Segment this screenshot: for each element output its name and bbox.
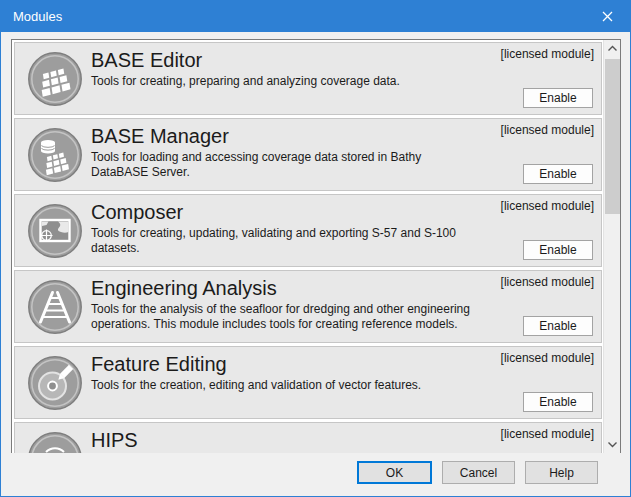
- close-icon: [602, 11, 613, 22]
- module-description: Tools for creating, updating, validating…: [91, 226, 531, 256]
- database-grid-icon: [27, 127, 83, 183]
- window-title: Modules: [1, 9, 62, 24]
- enable-button[interactable]: Enable: [523, 316, 593, 336]
- modules-dialog: Modules BASE Editor Tools for creating, …: [0, 0, 631, 497]
- map-frame-icon: [27, 203, 83, 259]
- license-status: [licensed module]: [501, 351, 594, 365]
- disc-pencil-icon: [27, 355, 83, 411]
- module-row: BASE Editor Tools for creating, preparin…: [14, 42, 602, 115]
- chevron-down-icon: [607, 441, 618, 448]
- module-row: BASE Manager Tools for loading and acces…: [14, 118, 602, 191]
- close-button[interactable]: [585, 1, 630, 31]
- module-row: HIPS [licensed module] Enable: [14, 422, 602, 453]
- module-description: Tools for the creation, editing and vali…: [91, 378, 531, 393]
- module-row: Engineering Analysis Tools for the analy…: [14, 270, 602, 343]
- enable-button[interactable]: Enable: [523, 164, 593, 184]
- enable-button[interactable]: Enable: [523, 240, 593, 260]
- enable-button[interactable]: Enable: [523, 88, 593, 108]
- help-button[interactable]: Help: [525, 461, 598, 484]
- cancel-button[interactable]: Cancel: [442, 461, 515, 484]
- license-status: [licensed module]: [501, 427, 594, 441]
- module-row: Composer Tools for creating, updating, v…: [14, 194, 602, 267]
- scroll-down-button[interactable]: [604, 436, 621, 453]
- license-status: [licensed module]: [501, 47, 594, 61]
- chevron-up-icon: [607, 45, 618, 52]
- enable-button[interactable]: Enable: [523, 392, 593, 412]
- license-status: [licensed module]: [501, 275, 594, 289]
- module-row: Feature Editing Tools for the creation, …: [14, 346, 602, 419]
- license-status: [licensed module]: [501, 123, 594, 137]
- module-cards-container: BASE Editor Tools for creating, preparin…: [12, 40, 603, 453]
- channel-icon: [27, 279, 83, 335]
- title-bar: Modules: [1, 1, 630, 32]
- module-list: BASE Editor Tools for creating, preparin…: [11, 39, 621, 454]
- scrollbar-thumb[interactable]: [605, 59, 620, 214]
- license-status: [licensed module]: [501, 199, 594, 213]
- vertical-scrollbar[interactable]: [603, 40, 620, 453]
- scroll-up-button[interactable]: [604, 40, 621, 57]
- dialog-footer: OK Cancel Help: [1, 453, 630, 496]
- module-description: Tools for the analysis of the seafloor f…: [91, 302, 531, 332]
- ok-button[interactable]: OK: [357, 461, 432, 484]
- surface-grid-icon: [27, 51, 83, 107]
- module-description: Tools for creating, preparing and analyz…: [91, 74, 531, 89]
- sonar-icon: [27, 431, 83, 453]
- module-description: Tools for loading and accessing coverage…: [91, 150, 531, 180]
